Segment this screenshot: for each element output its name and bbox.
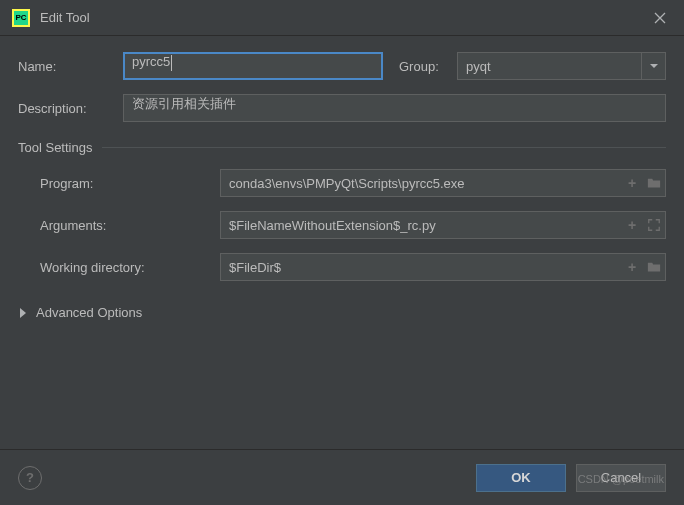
- program-label: Program:: [40, 176, 220, 191]
- pycharm-icon: PC: [12, 9, 30, 27]
- group-combo[interactable]: pyqt: [457, 52, 666, 80]
- help-icon[interactable]: ?: [18, 466, 42, 490]
- window-title: Edit Tool: [40, 10, 90, 25]
- insert-macro-icon[interactable]: +: [621, 254, 643, 280]
- program-input[interactable]: conda3\envs\PMPyQt\Scripts\pyrcc5.exe +: [220, 169, 666, 197]
- insert-macro-icon[interactable]: +: [621, 170, 643, 196]
- arguments-value: $FileNameWithoutExtension$_rc.py: [221, 218, 621, 233]
- tool-settings-header: Tool Settings: [18, 140, 666, 155]
- description-input[interactable]: 资源引用相关插件: [123, 94, 666, 122]
- name-input[interactable]: pyrcc5: [123, 52, 383, 80]
- name-value: pyrcc5: [132, 54, 170, 69]
- ok-button[interactable]: OK: [476, 464, 566, 492]
- tool-settings-title: Tool Settings: [18, 140, 92, 155]
- titlebar: PC Edit Tool: [0, 0, 684, 36]
- description-value: 资源引用相关插件: [132, 96, 236, 111]
- arguments-label: Arguments:: [40, 218, 220, 233]
- workdir-label: Working directory:: [40, 260, 220, 275]
- divider: [102, 147, 666, 148]
- browse-folder-icon[interactable]: [643, 254, 665, 280]
- insert-macro-icon[interactable]: +: [621, 212, 643, 238]
- arguments-input[interactable]: $FileNameWithoutExtension$_rc.py +: [220, 211, 666, 239]
- expand-icon[interactable]: [643, 212, 665, 238]
- watermark: CSDN @poetmilk: [578, 473, 664, 485]
- advanced-options-toggle[interactable]: Advanced Options: [18, 305, 666, 320]
- advanced-options-label: Advanced Options: [36, 305, 142, 320]
- chevron-down-icon[interactable]: [641, 53, 665, 79]
- description-label: Description:: [18, 101, 123, 116]
- program-value: conda3\envs\PMPyQt\Scripts\pyrcc5.exe: [221, 176, 621, 191]
- browse-folder-icon[interactable]: [643, 170, 665, 196]
- group-label: Group:: [399, 59, 457, 74]
- name-label: Name:: [18, 59, 123, 74]
- workdir-input[interactable]: $FileDir$ +: [220, 253, 666, 281]
- chevron-right-icon: [20, 308, 26, 318]
- workdir-value: $FileDir$: [221, 260, 621, 275]
- close-icon[interactable]: [648, 6, 672, 30]
- group-value: pyqt: [458, 59, 641, 74]
